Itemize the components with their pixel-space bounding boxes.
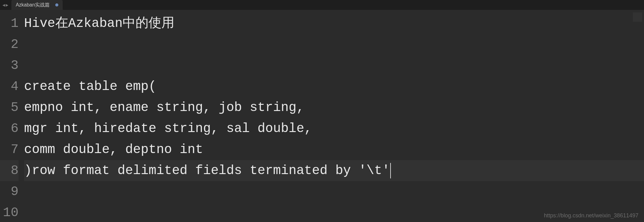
text-cursor-icon [390,163,391,178]
code-line [24,181,644,202]
line-number: 8 [0,160,19,181]
line-number-gutter: 1 2 3 4 5 6 7 8 9 10 [0,13,24,222]
code-line: Hive在Azkaban中的使用 [24,13,644,34]
tab-title: Azkaban实战篇 [16,2,50,8]
tab-bar: ◀ ▶ Azkaban实战篇 [0,0,644,10]
editor-tab[interactable]: Azkaban实战篇 [11,0,63,10]
line-number: 6 [0,118,19,139]
line-number: 1 [0,13,19,34]
line-number: 2 [0,34,19,55]
code-line: create table emp( [24,76,644,97]
code-line: mgr int, hiredate string, sal double, [24,118,644,139]
watermark: https://blog.csdn.net/weixin_38611497 [544,212,638,219]
tab-modified-indicator-icon [55,3,58,6]
code-line: empno int, ename string, job string, [24,97,644,118]
code-line: comm double, deptno int [24,139,644,160]
nav-forward-icon[interactable]: ▶ [6,2,8,8]
code-line [24,202,644,222]
code-line: )row format delimited fields terminated … [24,160,644,181]
minimap[interactable] [633,12,642,22]
line-number: 9 [0,181,19,202]
code-line [24,34,644,55]
nav-arrows: ◀ ▶ [2,2,8,8]
code-line [24,55,644,76]
nav-back-icon[interactable]: ◀ [2,2,5,8]
line-number: 10 [0,202,19,222]
line-number: 4 [0,76,19,97]
code-area[interactable]: Hive在Azkaban中的使用 create table emp( empno… [24,13,644,222]
line-number: 3 [0,55,19,76]
line-number: 7 [0,139,19,160]
editor: 1 2 3 4 5 6 7 8 9 10 Hive在Azkaban中的使用 cr… [0,10,644,222]
line-number: 5 [0,97,19,118]
